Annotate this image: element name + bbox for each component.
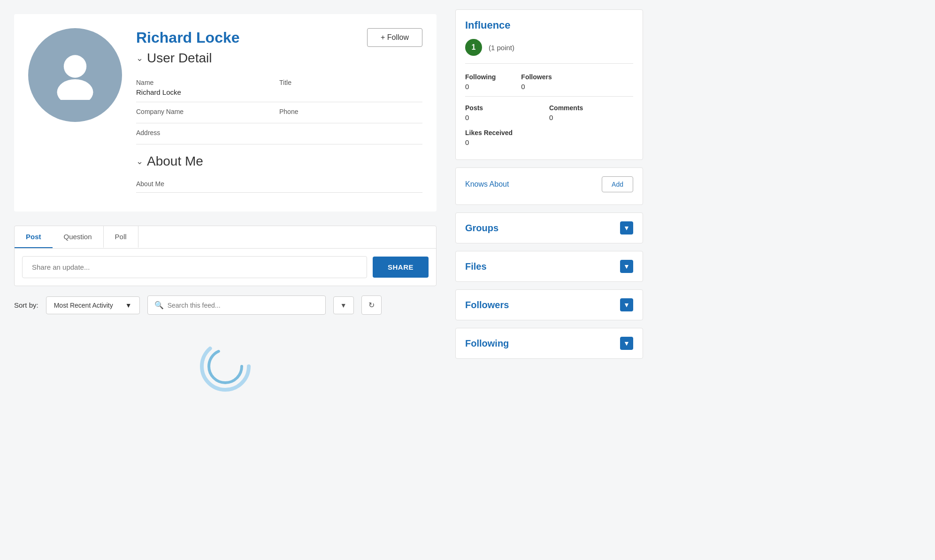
tab-poll[interactable]: Poll xyxy=(104,226,138,248)
name-value: Richard Locke xyxy=(136,88,279,96)
followers-card: Followers ▼ xyxy=(455,289,643,320)
about-me-chevron-icon: ⌄ xyxy=(136,156,143,166)
influence-section: Influence 1 (1 point) Following 0 Follow… xyxy=(456,10,643,159)
followers-dropdown-icon[interactable]: ▼ xyxy=(620,298,633,311)
search-box: 🔍 xyxy=(147,295,326,315)
likes-label: Likes Received xyxy=(465,129,549,136)
influence-title: Influence xyxy=(465,19,633,31)
groups-header[interactable]: Groups ▼ xyxy=(456,213,643,243)
influence-points-row: 1 (1 point) xyxy=(465,39,633,56)
about-me-section: ⌄ About Me About Me xyxy=(136,154,422,193)
files-card: Files ▼ xyxy=(455,251,643,282)
address-field: Address xyxy=(136,123,422,144)
about-me-label: About Me xyxy=(136,176,422,188)
influence-stats-row1: Following 0 Followers 0 xyxy=(465,63,633,94)
profile-name: Richard Locke xyxy=(136,29,240,46)
knows-about-header: Knows About Add xyxy=(465,176,633,192)
profile-header: Richard Locke + Follow ⌄ User Detail Nam… xyxy=(14,14,437,212)
influence-card: Influence 1 (1 point) Following 0 Follow… xyxy=(455,9,643,160)
sidebar: Influence 1 (1 point) Following 0 Follow… xyxy=(451,0,652,560)
followers-title: Followers xyxy=(465,300,509,310)
title-field: Title xyxy=(279,73,422,102)
followers-stat: Followers 0 xyxy=(521,69,577,94)
files-title: Files xyxy=(465,261,487,272)
svg-point-3 xyxy=(209,350,242,383)
page-wrapper: Richard Locke + Follow ⌄ User Detail Nam… xyxy=(0,0,935,560)
name-label: Name xyxy=(136,79,279,86)
avatar xyxy=(28,28,122,122)
user-detail-chevron-icon: ⌄ xyxy=(136,53,143,63)
followers-value: 0 xyxy=(521,83,577,91)
profile-name-row: Richard Locke + Follow xyxy=(136,28,422,47)
groups-dropdown-icon[interactable]: ▼ xyxy=(620,221,633,235)
likes-stat: Likes Received 0 xyxy=(465,125,549,150)
refresh-button[interactable]: ↻ xyxy=(361,295,382,315)
share-button[interactable]: SHARE xyxy=(373,257,429,278)
comments-label: Comments xyxy=(549,104,633,112)
following-value: 0 xyxy=(465,83,521,91)
about-me-title: About Me xyxy=(147,154,203,169)
phone-label: Phone xyxy=(279,108,422,115)
company-field: Company Name xyxy=(136,102,279,123)
name-field: Name Richard Locke xyxy=(136,73,279,102)
following-label: Following xyxy=(465,73,521,81)
followers-label: Followers xyxy=(521,73,577,81)
posts-label: Posts xyxy=(465,104,549,112)
sort-dropdown[interactable]: Most Recent Activity ▼ xyxy=(46,296,140,314)
follow-button[interactable]: + Follow xyxy=(367,28,422,47)
influence-stats-row2: Posts 0 Comments 0 Likes Received 0 xyxy=(465,96,633,150)
search-input[interactable] xyxy=(168,302,319,309)
following-card: Following ▼ xyxy=(455,328,643,359)
user-avatar-icon xyxy=(49,48,101,102)
refresh-icon: ↻ xyxy=(368,301,375,309)
following-dropdown-icon[interactable]: ▼ xyxy=(620,337,633,350)
filter-icon: ▼ xyxy=(340,302,347,309)
likes-value: 0 xyxy=(465,138,549,146)
profile-info: Richard Locke + Follow ⌄ User Detail Nam… xyxy=(136,28,422,197)
search-icon: 🔍 xyxy=(154,301,164,310)
following-title: Following xyxy=(465,338,509,349)
loading-area xyxy=(14,324,437,409)
groups-title: Groups xyxy=(465,223,498,234)
user-detail-section-title-row: ⌄ User Detail xyxy=(136,51,422,66)
loading-circle xyxy=(197,338,253,394)
address-label: Address xyxy=(136,129,422,136)
points-text: (1 point) xyxy=(489,44,514,52)
phone-field: Phone xyxy=(279,102,422,123)
groups-card: Groups ▼ xyxy=(455,212,643,243)
following-header[interactable]: Following ▼ xyxy=(456,328,643,358)
knows-about-section: Knows About Add xyxy=(456,168,643,204)
svg-point-1 xyxy=(57,79,93,100)
followers-header[interactable]: Followers ▼ xyxy=(456,290,643,320)
sort-filter-row: Sort by: Most Recent Activity ▼ 🔍 ▼ ↻ xyxy=(14,295,437,315)
sort-dropdown-text: Most Recent Activity xyxy=(54,302,122,309)
comments-stat: Comments 0 xyxy=(549,100,633,125)
knows-about-card: Knows About Add xyxy=(455,167,643,205)
post-input-row: SHARE xyxy=(15,249,436,286)
comments-value: 0 xyxy=(549,114,633,121)
tab-post[interactable]: Post xyxy=(15,226,53,248)
filter-button[interactable]: ▼ xyxy=(333,296,354,314)
company-label: Company Name xyxy=(136,108,279,115)
files-header[interactable]: Files ▼ xyxy=(456,251,643,281)
sort-dropdown-chevron-icon: ▼ xyxy=(125,302,132,309)
files-dropdown-icon[interactable]: ▼ xyxy=(620,260,633,273)
sort-label: Sort by: xyxy=(14,301,38,309)
post-section: Post Question Poll SHARE xyxy=(14,226,437,286)
about-me-title-row: ⌄ About Me xyxy=(136,154,422,169)
user-detail-fields: Name Richard Locke Title Company Name Ph… xyxy=(136,73,422,144)
knows-about-title: Knows About xyxy=(465,180,509,189)
user-detail-title: User Detail xyxy=(147,51,212,66)
posts-stat: Posts 0 xyxy=(465,100,549,125)
add-button[interactable]: Add xyxy=(602,176,633,192)
tab-question[interactable]: Question xyxy=(53,226,104,248)
post-tabs: Post Question Poll xyxy=(15,226,436,249)
main-content: Richard Locke + Follow ⌄ User Detail Nam… xyxy=(0,0,451,560)
following-stat: Following 0 xyxy=(465,69,521,94)
posts-value: 0 xyxy=(465,114,549,121)
svg-point-0 xyxy=(64,55,86,77)
points-badge: 1 xyxy=(465,39,482,56)
title-label: Title xyxy=(279,79,422,86)
post-input[interactable] xyxy=(22,256,367,278)
about-me-divider xyxy=(136,192,422,193)
